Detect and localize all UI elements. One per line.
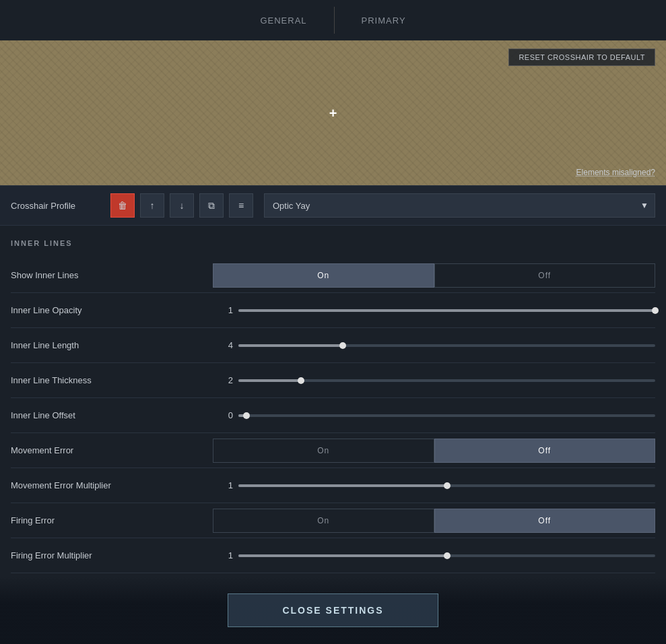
firing-error-multiplier-slider[interactable] <box>238 554 655 557</box>
slider-thumb[interactable] <box>444 552 451 559</box>
show-inner-lines-label: Show Inner Lines <box>11 270 213 280</box>
inner-line-length-label: Inner Line Length <box>11 340 213 350</box>
setting-row-firing-error-multiplier: Firing Error Multiplier 1 <box>11 538 655 573</box>
top-nav: GENERAL PRIMARY <box>0 0 666 40</box>
show-inner-lines-on-button[interactable]: On <box>213 263 434 288</box>
movement-error-multiplier-control: 1 <box>213 480 655 490</box>
tab-general[interactable]: GENERAL <box>233 9 333 32</box>
setting-row-firing-error: Firing Error On Off <box>11 503 655 538</box>
setting-row-inner-line-offset: Inner Line Offset 0 <box>11 398 655 433</box>
inner-lines-section-title: INNER LINES <box>11 239 655 247</box>
inner-line-offset-label: Inner Line Offset <box>11 410 213 420</box>
firing-error-control: On Off <box>213 509 655 533</box>
profile-select-wrapper: Optic Yay Default Custom 1 Custom 2 ▼ <box>264 193 655 218</box>
slider-thumb[interactable] <box>444 482 451 489</box>
upload-icon: ↑ <box>150 200 155 211</box>
inner-line-thickness-slider[interactable] <box>238 379 655 382</box>
delete-profile-button[interactable]: 🗑 <box>110 193 135 218</box>
copy-profile-button[interactable]: ⧉ <box>199 193 224 218</box>
inner-line-offset-value: 0 <box>213 410 233 420</box>
import-profile-button[interactable]: ≡ <box>229 193 253 218</box>
inner-line-length-value: 4 <box>213 340 233 350</box>
slider-thumb[interactable] <box>652 307 659 314</box>
inner-line-offset-control: 0 <box>213 410 655 420</box>
show-inner-lines-off-button[interactable]: Off <box>434 263 656 288</box>
inner-line-thickness-slider-wrapper <box>238 379 655 382</box>
movement-error-control: On Off <box>213 439 655 463</box>
inner-line-length-slider-wrapper <box>238 344 655 347</box>
trash-icon: 🗑 <box>118 200 127 211</box>
movement-error-on-button[interactable]: On <box>213 439 434 463</box>
inner-line-length-control: 4 <box>213 340 655 350</box>
slider-fill <box>238 484 447 487</box>
upload-profile-button[interactable]: ↑ <box>140 193 164 218</box>
firing-error-label: Firing Error <box>11 515 213 525</box>
slider-fill <box>238 379 301 382</box>
setting-row-movement-error: Movement Error On Off <box>11 433 655 468</box>
inner-line-thickness-label: Inner Line Thickness <box>11 375 213 385</box>
profile-bar: Crosshair Profile 🗑 ↑ ↓ ⧉ ≡ Optic Yay De… <box>0 185 666 226</box>
tab-primary[interactable]: PRIMARY <box>335 9 433 32</box>
movement-error-label: Movement Error <box>11 445 213 455</box>
inner-line-offset-slider-wrapper <box>238 414 655 417</box>
download-profile-button[interactable]: ↓ <box>170 193 194 218</box>
slider-thumb[interactable] <box>339 342 346 349</box>
settings-content: INNER LINES Show Inner Lines On Off Inne… <box>0 226 666 577</box>
setting-row-inner-line-thickness: Inner Line Thickness 2 <box>11 363 655 398</box>
movement-error-toggle: On Off <box>213 439 655 463</box>
setting-row-inner-line-opacity: Inner Line Opacity 1 <box>11 293 655 328</box>
crosshair-preview: + RESET CROSSHAIR TO DEFAULT Elements mi… <box>0 40 666 185</box>
firing-error-toggle: On Off <box>213 509 655 533</box>
close-settings-area: CLOSE SETTINGS <box>0 577 666 644</box>
show-inner-lines-control: On Off <box>213 263 655 288</box>
profile-label: Crosshair Profile <box>11 201 105 211</box>
inner-line-thickness-control: 2 <box>213 375 655 385</box>
movement-error-multiplier-value: 1 <box>213 480 233 490</box>
setting-row-show-inner-lines: Show Inner Lines On Off <box>11 258 655 293</box>
firing-error-multiplier-control: 1 <box>213 550 655 560</box>
slider-fill <box>238 554 447 557</box>
firing-error-multiplier-slider-wrapper <box>238 554 655 557</box>
close-settings-button[interactable]: CLOSE SETTINGS <box>228 593 438 627</box>
inner-line-length-slider[interactable] <box>238 344 655 347</box>
inner-line-opacity-label: Inner Line Opacity <box>11 305 213 315</box>
download-icon: ↓ <box>180 200 185 211</box>
inner-line-opacity-value: 1 <box>213 305 233 315</box>
slider-thumb[interactable] <box>243 412 250 419</box>
inner-line-opacity-control: 1 <box>213 305 655 315</box>
setting-row-movement-error-multiplier: Movement Error Multiplier 1 <box>11 468 655 503</box>
firing-error-multiplier-value: 1 <box>213 550 233 560</box>
setting-row-inner-line-length: Inner Line Length 4 <box>11 328 655 363</box>
slider-fill <box>238 344 343 347</box>
show-inner-lines-toggle: On Off <box>213 263 655 288</box>
firing-error-multiplier-label: Firing Error Multiplier <box>11 550 213 560</box>
copy-icon: ⧉ <box>208 200 215 212</box>
inner-line-offset-slider[interactable] <box>238 414 655 417</box>
inner-line-opacity-slider[interactable] <box>238 309 655 312</box>
firing-error-on-button[interactable]: On <box>213 509 434 533</box>
firing-error-off-button[interactable]: Off <box>434 509 656 533</box>
movement-error-off-button[interactable]: Off <box>434 439 656 463</box>
slider-thumb[interactable] <box>298 377 304 384</box>
import-icon: ≡ <box>238 200 244 211</box>
reset-crosshair-button[interactable]: RESET CROSSHAIR TO DEFAULT <box>508 49 655 66</box>
inner-line-opacity-slider-wrapper <box>238 309 655 312</box>
crosshair-symbol: + <box>329 106 337 120</box>
profile-select[interactable]: Optic Yay Default Custom 1 Custom 2 <box>264 193 655 218</box>
movement-error-multiplier-slider-wrapper <box>238 484 655 487</box>
elements-misaligned-link[interactable]: Elements misaligned? <box>576 168 655 177</box>
inner-line-thickness-value: 2 <box>213 375 233 385</box>
movement-error-multiplier-slider[interactable] <box>238 484 655 487</box>
movement-error-multiplier-label: Movement Error Multiplier <box>11 480 213 490</box>
slider-fill <box>238 309 655 312</box>
